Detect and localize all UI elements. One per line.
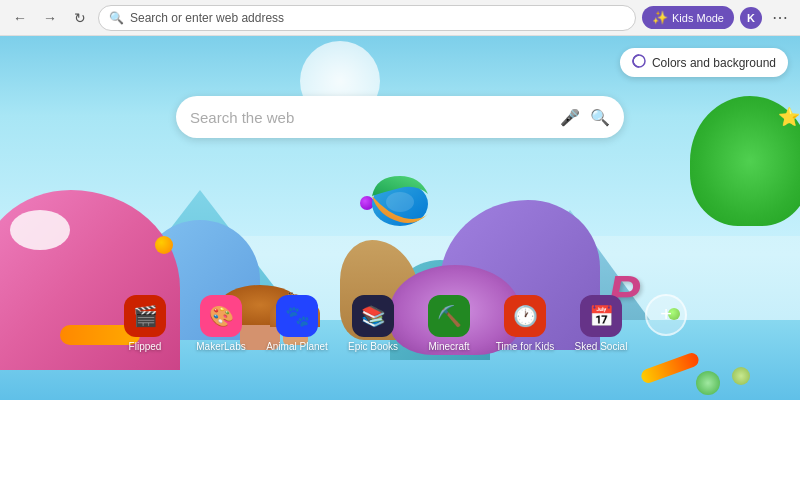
ball-orange bbox=[155, 236, 173, 254]
newtab-page: 🐌 P Colors and background bbox=[0, 36, 800, 400]
quick-link-sked[interactable]: 📅 Sked Social bbox=[569, 295, 633, 352]
forward-button[interactable]: → bbox=[38, 6, 62, 30]
avatar[interactable]: K bbox=[740, 7, 762, 29]
water-dot-2 bbox=[732, 367, 750, 385]
kids-mode-button[interactable]: ✨ Kids Mode bbox=[642, 6, 734, 29]
quick-links: 🎬 Flipped 🎨 MakerLabs 🐾 Animal Planet 📚 bbox=[113, 295, 687, 352]
search-placeholder: Search the web bbox=[190, 109, 560, 126]
add-quicklink-button[interactable]: + bbox=[645, 294, 687, 336]
quick-link-makerlabs[interactable]: 🎨 MakerLabs bbox=[189, 295, 253, 352]
search-icon: 🔍 bbox=[109, 11, 124, 25]
green-monster bbox=[690, 96, 800, 226]
quick-link-animal-planet[interactable]: 🐾 Animal Planet bbox=[265, 295, 329, 352]
refresh-button[interactable]: ↻ bbox=[68, 6, 92, 30]
browser-toolbar: ← → ↻ 🔍 Search or enter web address ✨ Ki… bbox=[0, 0, 800, 36]
quick-link-epic-books[interactable]: 📚 Epic Books bbox=[341, 295, 405, 352]
quick-link-time-for-kids[interactable]: 🕐 Time for Kids bbox=[493, 295, 557, 352]
water-dot-1 bbox=[696, 371, 720, 395]
colors-background-button[interactable]: Colors and background bbox=[620, 48, 788, 77]
search-icons: 🎤 🔍 bbox=[560, 108, 610, 127]
back-button[interactable]: ← bbox=[8, 6, 32, 30]
search-bar[interactable]: Search the web 🎤 🔍 bbox=[176, 96, 624, 138]
svg-point-2 bbox=[386, 192, 414, 212]
address-bar[interactable]: 🔍 Search or enter web address bbox=[98, 5, 636, 31]
menu-button[interactable]: ⋯ bbox=[768, 6, 792, 29]
address-text: Search or enter web address bbox=[130, 11, 284, 25]
search-container: Search the web 🎤 🔍 bbox=[176, 96, 624, 138]
colors-icon bbox=[632, 54, 646, 71]
browser-window: ← → ↻ 🔍 Search or enter web address ✨ Ki… bbox=[0, 0, 800, 400]
quick-link-flipped[interactable]: 🎬 Flipped bbox=[113, 295, 177, 352]
kids-mode-icon: ✨ bbox=[652, 10, 668, 25]
mic-icon[interactable]: 🎤 bbox=[560, 108, 580, 127]
search-submit-icon[interactable]: 🔍 bbox=[590, 108, 610, 127]
quick-link-minecraft[interactable]: ⛏️ Minecraft bbox=[417, 295, 481, 352]
edge-logo bbox=[366, 166, 434, 238]
